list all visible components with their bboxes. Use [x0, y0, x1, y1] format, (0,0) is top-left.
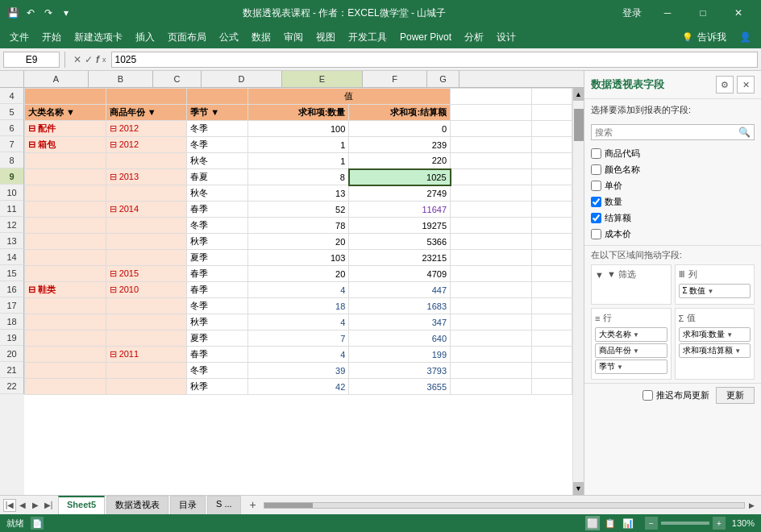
cell-a20[interactable]	[25, 347, 106, 363]
login-btn[interactable]: 登录	[616, 0, 648, 26]
field-checkbox-price[interactable]	[591, 181, 601, 191]
menu-dev[interactable]: 开发工具	[342, 27, 393, 48]
cell-d18[interactable]: 4	[247, 314, 349, 330]
menu-page-layout[interactable]: 页面布局	[161, 27, 213, 48]
horizontal-scrollbar[interactable]: ▶	[260, 496, 761, 514]
cell-d13[interactable]: 20	[247, 234, 349, 250]
cell-g5[interactable]	[531, 105, 572, 121]
cell-f16[interactable]	[451, 282, 532, 298]
cell-b7[interactable]: ⊟ 2012	[106, 137, 187, 153]
cell-f5[interactable]	[451, 105, 532, 121]
cell-g17[interactable]	[531, 298, 572, 314]
cell-a18[interactable]	[25, 314, 106, 330]
cell-b19[interactable]	[106, 330, 187, 347]
cell-g6[interactable]	[531, 121, 572, 137]
cell-c21[interactable]: 冬季	[187, 363, 247, 379]
cell-e6[interactable]: 0	[349, 121, 451, 137]
field-checkbox-cost[interactable]	[591, 229, 601, 239]
cell-d20[interactable]: 4	[247, 347, 349, 363]
cell-c16[interactable]: 春季	[187, 282, 247, 298]
cell-c20[interactable]: 春季	[187, 347, 247, 363]
col-tag-sigma[interactable]: Σ 数值 ▼	[679, 284, 751, 298]
cell-e15[interactable]: 4709	[349, 266, 451, 282]
val-tag-settlement[interactable]: 求和项:结算额 ▼	[679, 343, 751, 358]
cell-f20[interactable]	[451, 347, 532, 363]
col-header-c[interactable]: C	[153, 71, 202, 87]
field-search-input[interactable]	[595, 127, 738, 137]
cell-b6[interactable]: ⊟ 2012	[106, 121, 187, 137]
formula-input[interactable]: 1025	[111, 52, 759, 68]
cell-g19[interactable]	[531, 330, 572, 347]
cell-f10[interactable]	[451, 185, 532, 202]
cell-a4[interactable]	[25, 89, 106, 105]
panel-close-icon[interactable]: ✕	[737, 76, 755, 94]
sheet-nav-last[interactable]: ▶|	[42, 499, 55, 512]
cell-d10[interactable]: 13	[247, 185, 349, 202]
row-tag-year[interactable]: 商品年份 ▼	[595, 343, 667, 358]
field-checkbox-quantity[interactable]	[591, 197, 601, 207]
cell-e18[interactable]: 347	[349, 314, 451, 330]
menu-analyze[interactable]: 分析	[458, 27, 490, 48]
field-checkbox-color[interactable]	[591, 164, 601, 175]
cell-g13[interactable]	[531, 234, 572, 250]
sheet-nav-next[interactable]: ▶	[29, 499, 42, 512]
cell-d4[interactable]: 值	[247, 89, 450, 105]
zoom-slider[interactable]	[661, 522, 709, 525]
cell-b20[interactable]: ⊟ 2011	[106, 347, 187, 363]
cell-c7[interactable]: 冬季	[187, 137, 247, 153]
cell-b11[interactable]: ⊟ 2014	[106, 202, 187, 218]
cell-e16[interactable]: 447	[349, 282, 451, 298]
cell-b14[interactable]	[106, 250, 187, 266]
cell-a14[interactable]	[25, 250, 106, 266]
confirm-formula-icon[interactable]: ✓	[85, 54, 93, 65]
close-btn[interactable]: ✕	[722, 0, 755, 26]
sheet-tab-sheet5[interactable]: Sheet5	[58, 496, 105, 514]
page-layout-btn[interactable]: 📋	[603, 516, 618, 530]
cell-e17[interactable]: 1683	[349, 298, 451, 314]
cell-d11[interactable]: 52	[247, 202, 349, 218]
menu-newtab[interactable]: 新建选项卡	[68, 27, 129, 48]
menu-view[interactable]: 视图	[310, 27, 342, 48]
cell-b16[interactable]: ⊟ 2010	[106, 282, 187, 298]
cell-c9[interactable]: 春夏	[187, 169, 247, 185]
cell-b13[interactable]	[106, 234, 187, 250]
cancel-formula-icon[interactable]: ✕	[73, 54, 81, 65]
cell-e12[interactable]: 19275	[349, 218, 451, 234]
cell-g22[interactable]	[531, 379, 572, 395]
cell-d9[interactable]: 8	[247, 169, 349, 185]
cell-a10[interactable]	[25, 185, 106, 202]
cell-g8[interactable]	[531, 153, 572, 169]
cell-a11[interactable]	[25, 202, 106, 218]
cell-f6[interactable]	[451, 121, 532, 137]
cell-g16[interactable]	[531, 282, 572, 298]
sheet-tab-s[interactable]: S ...	[207, 496, 241, 514]
cell-f21[interactable]	[451, 363, 532, 379]
cell-g10[interactable]	[531, 185, 572, 202]
cell-c13[interactable]: 秋季	[187, 234, 247, 250]
cell-g14[interactable]	[531, 250, 572, 266]
cell-e7[interactable]: 239	[349, 137, 451, 153]
cell-b22[interactable]	[106, 379, 187, 395]
maximize-btn[interactable]: □	[687, 0, 719, 26]
scroll-down-btn[interactable]: ▼	[573, 482, 584, 495]
col-header-a[interactable]: A	[24, 71, 89, 87]
cell-e10[interactable]: 2749	[349, 185, 451, 202]
cell-f17[interactable]	[451, 298, 532, 314]
cell-a21[interactable]	[25, 363, 106, 379]
cell-c4[interactable]	[187, 89, 247, 105]
undo-icon[interactable]: ↶	[24, 6, 37, 19]
cell-b4[interactable]	[106, 89, 187, 105]
normal-view-btn[interactable]: ⬜	[585, 516, 600, 530]
cell-g21[interactable]	[531, 363, 572, 379]
cell-c5[interactable]: 季节 ▼	[187, 105, 247, 121]
cell-c18[interactable]: 秋季	[187, 314, 247, 330]
function-icon[interactable]: f	[96, 54, 99, 65]
cell-a6[interactable]: ⊟ 配件	[25, 121, 106, 137]
sheet-tab-directory[interactable]: 目录	[170, 496, 206, 514]
cell-f22[interactable]	[451, 379, 532, 395]
cell-d19[interactable]: 7	[247, 330, 349, 347]
cell-g7[interactable]	[531, 137, 572, 153]
col-header-e[interactable]: E	[282, 71, 363, 87]
cell-a9[interactable]	[25, 169, 106, 185]
status-icon-page[interactable]: 📄	[31, 517, 44, 530]
